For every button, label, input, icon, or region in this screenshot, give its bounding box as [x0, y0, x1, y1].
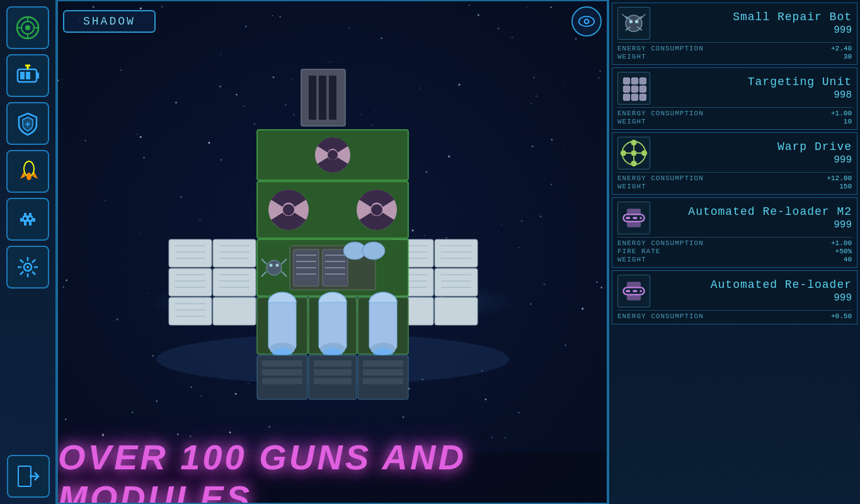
sidebar-btn-battery[interactable] [6, 54, 49, 97]
svg-rect-84 [329, 76, 336, 120]
svg-rect-135 [262, 360, 302, 367]
svg-rect-45 [213, 268, 256, 296]
stat-label: WEIGHT [617, 183, 822, 190]
svg-rect-42 [169, 268, 212, 296]
svg-point-113 [275, 264, 278, 267]
banner-text: OVER 100 GUNS AND MODULES [58, 437, 607, 504]
module-card-auto-reloader[interactable]: Automated Re-loader999ENERGY CONSUMPTION… [612, 270, 857, 324]
stat-value: 150 [827, 183, 852, 190]
module-name-auto-reloader-m2: Automated Re-loader M2 [688, 205, 852, 218]
sidebar-btn-target[interactable] [6, 6, 49, 49]
stat-label: ENERGY CONSUMPTION [617, 312, 826, 320]
stat-label: WEIGHT [617, 256, 826, 263]
module-name-targeting-unit: Targeting Unit [748, 76, 852, 88]
ship-display [58, 39, 607, 452]
svg-point-24 [24, 217, 26, 220]
stat-label: FIRE RATE [617, 248, 826, 255]
svg-line-32 [20, 260, 23, 263]
right-panel[interactable]: Small Repair Bot999ENERGY CONSUMPTION+2.… [608, 0, 860, 504]
svg-point-87 [328, 150, 338, 160]
svg-rect-10 [26, 72, 30, 79]
svg-point-164 [631, 140, 636, 146]
module-count-warp-drive: 999 [834, 154, 852, 166]
module-icon-auto-reloader-m2 [617, 202, 650, 234]
svg-rect-82 [309, 76, 316, 120]
module-card-targeting-unit[interactable]: Targeting Unit998ENERGY CONSUMPTION+1.00… [612, 67, 857, 130]
svg-point-151 [629, 20, 633, 23]
svg-rect-181 [639, 290, 642, 292]
stat-value: +50% [831, 248, 852, 255]
svg-point-166 [621, 150, 626, 156]
stat-label: WEIGHT [617, 118, 826, 125]
sidebar-btn-shield[interactable]: + [6, 102, 49, 145]
module-count-auto-reloader: 999 [834, 292, 852, 304]
module-icon-targeting-unit [617, 72, 650, 105]
svg-rect-124 [369, 302, 397, 349]
svg-rect-23 [29, 222, 32, 226]
svg-rect-159 [623, 94, 629, 100]
svg-rect-18 [20, 218, 23, 222]
module-icon-auto-reloader [617, 275, 650, 307]
module-card-warp-drive[interactable]: Warp Drive999ENERGY CONSUMPTION+12.00WEI… [612, 132, 857, 195]
module-card-auto-reloader-m2[interactable]: Automated Re-loader M2999ENERGY CONSUMPT… [612, 197, 857, 268]
svg-line-35 [20, 272, 23, 275]
module-stats-targeting-unit: ENERGY CONSUMPTION+1.00WEIGHT10 [617, 107, 852, 125]
svg-rect-44 [213, 239, 256, 267]
main-view: SHADOW [57, 0, 608, 504]
svg-point-25 [29, 217, 32, 220]
svg-rect-9 [20, 72, 25, 79]
svg-point-27 [26, 266, 29, 268]
svg-rect-158 [639, 86, 646, 92]
stat-value: +12.00 [827, 175, 852, 182]
svg-point-16 [26, 173, 32, 180]
svg-rect-180 [633, 290, 637, 292]
svg-rect-160 [631, 94, 638, 100]
sidebar-btn-enemy[interactable] [6, 198, 49, 241]
exit-button[interactable] [7, 455, 50, 498]
svg-rect-142 [363, 369, 403, 375]
svg-rect-157 [631, 86, 638, 92]
module-stats-auto-reloader: ENERGY CONSUMPTION+0.50 [617, 310, 852, 320]
stat-value: +1.00 [831, 239, 852, 247]
svg-rect-182 [627, 282, 641, 287]
module-count-small-repair-bot: 999 [834, 25, 852, 36]
sidebar-btn-rocket[interactable] [6, 150, 49, 193]
sidebar-btn-settings[interactable] [6, 246, 49, 289]
svg-rect-51 [435, 268, 478, 296]
module-stats-warp-drive: ENERGY CONSUMPTION+12.00WEIGHT150 [617, 172, 852, 190]
module-name-auto-reloader: Automated Re-loader [711, 278, 852, 291]
svg-rect-154 [631, 77, 638, 84]
svg-text:+: + [25, 120, 30, 130]
svg-rect-136 [262, 369, 302, 375]
svg-rect-43 [169, 297, 212, 325]
svg-rect-183 [627, 295, 641, 301]
module-card-small-repair-bot[interactable]: Small Repair Bot999ENERGY CONSUMPTION+2.… [612, 3, 857, 65]
module-count-targeting-unit: 998 [834, 89, 852, 101]
module-stats-small-repair-bot: ENERGY CONSUMPTION+2.40WEIGHT30 [617, 42, 852, 60]
svg-rect-83 [319, 76, 326, 120]
svg-point-167 [641, 150, 647, 156]
eye-button[interactable] [571, 6, 602, 37]
svg-rect-22 [24, 222, 26, 226]
svg-point-92 [371, 204, 382, 215]
svg-rect-52 [435, 297, 478, 325]
stat-label: ENERGY CONSUMPTION [617, 110, 826, 117]
stat-value: 30 [831, 53, 852, 60]
svg-rect-153 [623, 77, 629, 84]
module-name-warp-drive: Warp Drive [777, 140, 852, 153]
svg-rect-161 [639, 94, 646, 100]
svg-rect-174 [633, 217, 637, 219]
svg-rect-19 [33, 218, 35, 222]
module-name-small-repair-bot: Small Repair Bot [733, 11, 852, 23]
stat-label: ENERGY CONSUMPTION [617, 175, 822, 182]
module-count-auto-reloader-m2: 999 [834, 219, 852, 231]
svg-rect-139 [314, 369, 352, 375]
module-icon-warp-drive [617, 137, 650, 169]
ship-svg [150, 50, 515, 441]
svg-point-107 [267, 260, 282, 275]
sidebar: + [0, 0, 57, 504]
svg-point-165 [631, 161, 636, 166]
svg-point-2 [25, 25, 30, 30]
svg-point-163 [631, 150, 636, 156]
svg-rect-21 [29, 213, 32, 215]
